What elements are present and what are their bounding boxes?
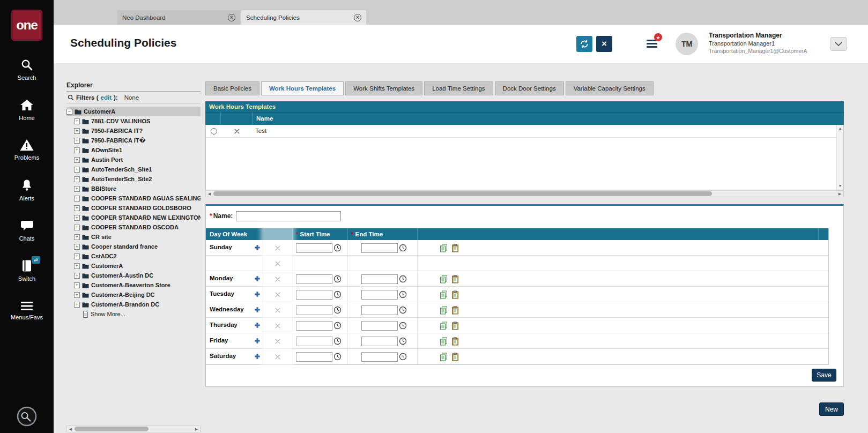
clock-icon[interactable] [333,322,342,330]
tree-node-root[interactable]: − CustomerA [66,107,201,116]
start-time-input[interactable] [296,290,332,300]
scroll-up-icon[interactable]: ▲ [837,125,843,132]
tab-scheduling-policies[interactable]: Scheduling Policies × [241,10,366,25]
expand-icon[interactable]: + [74,138,80,144]
tab-load-time-settings[interactable]: Load Time Settings [424,81,493,95]
clock-icon[interactable] [399,275,407,283]
paste-icon[interactable] [451,353,459,361]
clock-icon[interactable] [333,244,342,252]
start-time-input[interactable] [296,337,332,346]
tab-work-shifts-templates[interactable]: Work Shifts Templates [345,81,422,95]
tree-node[interactable]: +Cooper standard france [66,242,201,251]
scroll-right-icon[interactable]: ▶ [193,426,200,432]
tree-node[interactable]: +CstADC2 [66,251,201,261]
radio-button[interactable] [211,128,217,135]
clock-icon[interactable] [399,353,407,361]
expand-icon[interactable]: + [74,205,80,211]
end-time-input[interactable] [361,321,398,331]
remove-time-icon[interactable] [275,245,281,251]
clock-icon[interactable] [399,290,407,298]
copy-icon[interactable] [440,290,448,299]
remove-time-icon[interactable] [275,260,281,267]
expand-icon[interactable]: + [74,225,80,230]
paste-icon[interactable] [451,322,459,330]
start-time-input[interactable] [296,305,332,315]
scroll-left-icon[interactable]: ◀ [67,426,74,432]
remove-time-icon[interactable] [275,323,281,329]
scroll-right-icon[interactable]: ▶ [836,191,843,197]
scrollbar-thumb[interactable] [75,427,149,431]
save-button[interactable]: Save [812,369,836,382]
expand-icon[interactable]: + [74,118,80,124]
add-time-icon[interactable] [254,338,261,344]
sidebar-item-search[interactable]: Search [0,49,54,89]
collapse-icon[interactable]: − [66,109,72,115]
tree-node[interactable]: +CustomerA-Austin DC [66,271,201,280]
sidebar-item-switch[interactable]: ⇄ Switch [0,250,54,290]
end-time-input[interactable] [361,337,398,346]
tab-variable-capacity-settings[interactable]: Variable Capacity Settings [566,81,654,95]
profile-orb-icon[interactable] [17,406,37,427]
clock-icon[interactable] [333,353,342,361]
tree-node[interactable]: +COOPER STANDARD NEW LEXINGTON [66,213,201,222]
clock-icon[interactable] [333,275,342,283]
remove-icon[interactable] [234,128,240,135]
new-button[interactable]: New [819,402,844,416]
copy-icon[interactable] [440,306,448,315]
close-icon[interactable]: × [354,14,361,21]
expand-icon[interactable]: + [74,273,80,279]
tree-node[interactable]: +CustomerA [66,261,201,271]
remove-time-icon[interactable] [275,338,281,345]
paste-icon[interactable] [451,244,459,252]
tree-node[interactable]: +CustomerA-Brandon DC [66,300,201,309]
tree-node[interactable]: +AOwnSite1 [66,145,201,155]
expand-icon[interactable]: + [74,196,80,201]
paste-icon[interactable] [451,290,459,299]
paste-icon[interactable] [451,337,459,346]
expand-icon[interactable]: + [74,215,80,221]
expand-icon[interactable]: + [74,263,80,269]
chevron-down-icon[interactable] [830,37,847,51]
copy-icon[interactable] [440,322,448,330]
tree-node[interactable]: +CustomerA-Beaverton Store [66,280,201,290]
start-time-input[interactable] [296,243,332,253]
remove-time-icon[interactable] [275,307,281,313]
tree-node[interactable]: +CustomerA-Beijing DC [66,290,201,300]
expand-icon[interactable]: + [74,167,80,173]
filters-edit-link[interactable]: edit [101,94,112,101]
scrollbar-thumb[interactable] [213,191,712,196]
tree-node[interactable]: +COOPER STANDARD AGUAS SEALING (3 [66,193,201,203]
add-time-icon[interactable] [254,244,261,251]
tree-node[interactable]: +COOPER STANDARD OSCODA [66,222,201,232]
add-time-icon[interactable] [254,353,261,360]
expand-icon[interactable]: + [74,244,80,250]
explorer-hscrollbar[interactable]: ◀ ▶ [66,425,201,432]
remove-time-icon[interactable] [275,354,281,360]
expand-icon[interactable]: + [74,234,80,240]
expand-icon[interactable]: + [74,253,80,259]
start-time-input[interactable] [296,352,332,362]
remove-time-icon[interactable] [275,276,281,282]
add-time-icon[interactable] [254,275,261,282]
tree-node[interactable]: +CR site [66,232,201,242]
grid-hscrollbar[interactable]: ◀ ▶ [205,190,844,197]
tree-node[interactable]: +7950-FABRICA IT� [66,136,201,145]
tree-node[interactable]: +7950-FABRICA IT? [66,126,201,136]
expand-icon[interactable]: + [74,157,80,163]
expand-icon[interactable]: + [74,147,80,153]
grid-vscrollbar[interactable]: ▲ ▼ [836,125,843,190]
add-time-icon[interactable] [254,307,261,313]
clock-icon[interactable] [333,306,342,314]
clock-icon[interactable] [333,290,342,298]
start-time-input[interactable] [296,274,332,284]
scroll-left-icon[interactable]: ◀ [206,191,213,197]
tree-node[interactable]: +AutoTenderSch_Site1 [66,165,201,174]
tree-node[interactable]: +BBIStore [66,184,201,193]
clock-icon[interactable] [399,322,407,330]
template-row[interactable]: Test [206,125,843,138]
end-time-input[interactable] [361,352,398,362]
end-time-input[interactable] [361,290,398,300]
clock-icon[interactable] [399,244,407,252]
end-time-input[interactable] [361,243,398,253]
tab-basic-policies[interactable]: Basic Policies [205,81,259,95]
